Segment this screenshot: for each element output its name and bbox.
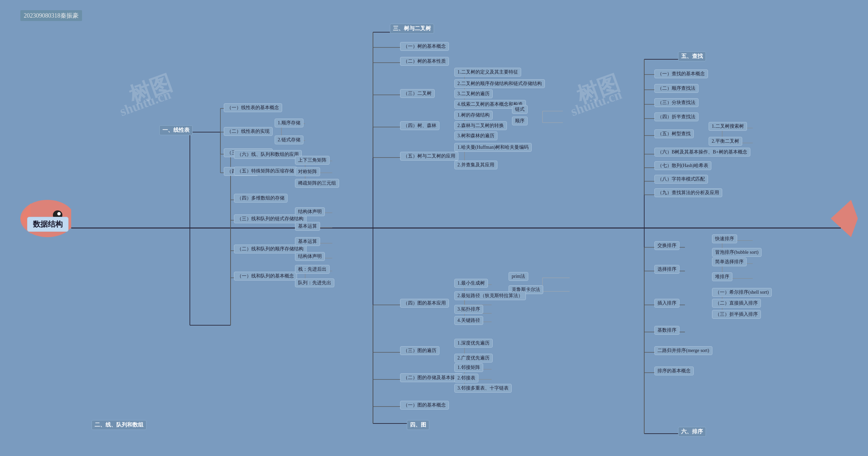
node-4-1: （一）图的基本概念	[400, 401, 449, 410]
node-2-1-a: 栈：先进后出	[295, 265, 330, 274]
node-6-5: 二路归并排序(merge sort)	[654, 346, 712, 355]
node-4-4-3: 3.拓扑排序	[454, 305, 483, 314]
node-3-3-1: 1.二叉树的定义及其主要特征	[454, 68, 521, 77]
svg-point-3	[57, 212, 61, 215]
node-4-2-3: 3.邻接多重表、十字链表	[454, 384, 512, 393]
node-3-4-2: 2.森林与二叉树的转换	[454, 121, 507, 130]
node-5-5-2: 2.平衡二叉树	[709, 137, 742, 146]
node-6-4: 基数排序	[654, 326, 679, 335]
node-4-4-1-a: prim法	[509, 272, 528, 281]
section-title-one: 一、线性表	[159, 125, 193, 135]
node-6-1-1: 快速排序	[712, 234, 737, 243]
node-4-3-2: 2.广度优先遍历	[454, 354, 493, 362]
node-3-1: （一）树的基本概念	[400, 42, 449, 51]
node-4-4: （四）图的基本应用	[400, 299, 449, 308]
node-3-4-1: 1.树的存储结构	[454, 111, 493, 120]
node-3-5: （五）树与二叉树的应用	[400, 152, 458, 161]
node-4-4-4: 4.关键路径	[454, 316, 483, 325]
section-title-four: 四、图	[407, 420, 429, 430]
watermark-1: 树图	[125, 68, 176, 111]
watermark-2: shuitu.cn	[118, 86, 173, 120]
section-title-two: 二、线、队列和数组	[92, 420, 146, 430]
node-2-1: （一）线和队列的基本概念	[234, 272, 297, 281]
svg-marker-4	[831, 200, 858, 237]
node-3-4-1-a: 链式	[512, 105, 528, 114]
node-6-1: 交换排序	[654, 241, 679, 250]
node-6-6: 排序的基本概念	[654, 367, 694, 375]
node-6-2-2: 堆排序	[712, 272, 732, 281]
node-2-5-c: 稀疏矩阵的三元组	[295, 179, 339, 188]
node-6-3: 插入排序	[654, 299, 679, 308]
node-6-1-2: 冒泡排序(bubble sort)	[712, 248, 762, 257]
node-5-9: （九）查找算法的分析及应用	[654, 188, 722, 197]
watermark-4: shuitu.cn	[569, 86, 624, 120]
fish-tail	[831, 196, 858, 241]
node-6-3-3: （三）折半插入排序	[712, 310, 761, 319]
node-5-1: （一）查找的基本概念	[654, 69, 708, 78]
node-5-2: （二）顺序查找法	[654, 84, 698, 93]
node-4-3-1: 1.深度优先遍历	[454, 339, 493, 348]
node-5-3: （三）分块查找法	[654, 98, 698, 107]
node-4-2: （二）图的存储及基本操作	[400, 373, 463, 382]
node-2-5-b: 对称矩阵	[295, 167, 320, 176]
node-2-3-b: 基本运算	[295, 222, 320, 231]
node-2-4: （四）多维数组的存储	[234, 194, 288, 203]
node-6-2: 选择排序	[654, 265, 679, 274]
node-3-3-2: 2.二叉树的顺序存储结构和链式存储结构	[454, 79, 545, 88]
node-5-5-1: 1.二叉树搜索树	[709, 122, 747, 131]
node-2-6: （六）线、队列和数组的应用	[234, 150, 302, 159]
main-title: 数据结构	[27, 217, 68, 232]
node-4-4-1: 1.最小生成树	[454, 279, 488, 288]
node-2-5: （五）特殊矩阵的压缩存储	[234, 167, 297, 175]
top-label: 202309080318秦振豪	[20, 10, 82, 21]
node-2-2-a: 基本运算	[295, 237, 320, 246]
node-4-3: （三）图的遍历	[400, 346, 439, 355]
node-1-2-b: 2.链式存储	[275, 136, 303, 144]
node-5-8: （八）字符串模式匹配	[654, 175, 708, 184]
node-5-5: （五）树型查找	[654, 129, 694, 138]
node-2-5-a: 上下三角矩阵	[295, 156, 330, 165]
node-3-4-3: 3.树和森林的遍历	[454, 131, 497, 140]
mind-map-lines	[0, 0, 868, 456]
node-4-4-2: 2.最短路径（狄克斯特拉算法）	[454, 291, 526, 300]
node-5-4: （四）折半查找法	[654, 112, 698, 121]
section-title-six: 六、排序	[678, 427, 706, 437]
node-4-2-2: 2.邻接表	[454, 374, 478, 382]
node-1-2: （二）线性表的实现	[224, 127, 273, 136]
node-3-4: （四）树、森林	[400, 121, 439, 130]
node-4-2-1: 1.邻接矩阵	[454, 363, 483, 372]
node-5-7: （七）散列(Hash)哈希表	[654, 161, 711, 170]
node-3-3: （三）二叉树	[400, 89, 435, 98]
node-3-5-2: 2.并查集及其应用	[454, 161, 497, 169]
node-2-1-b: 队列：先进先出	[295, 278, 334, 287]
node-2-2-b: 结构体声明	[295, 252, 325, 261]
node-3-3-3: 3.二叉树的遍历	[454, 89, 493, 98]
node-5-6: （六）B树及其基本操作、B+树的基本概念	[654, 148, 750, 157]
node-2-3-a: 结构体声明	[295, 207, 325, 216]
node-3-5-1: 1.哈夫曼(Huffman)树和哈夫曼编码	[454, 143, 532, 152]
node-1-2-a: 1.顺序存储	[275, 119, 303, 127]
node-3-2: （二）树的基本性质	[400, 57, 449, 66]
node-6-3-2: （二）直接插入排序	[712, 299, 761, 308]
section-title-five: 五、查找	[678, 51, 706, 61]
watermark-3: 树图	[573, 68, 624, 111]
node-1-1: （一）线性表的基本概念	[224, 103, 282, 112]
node-6-3-1: （一）希尔排序(shell sort)	[712, 288, 772, 297]
section-title-three: 三、树与二叉树	[390, 24, 434, 34]
node-6-2-1: 简单选择排序	[712, 257, 747, 266]
node-3-4-1-b: 顺序	[512, 117, 528, 125]
